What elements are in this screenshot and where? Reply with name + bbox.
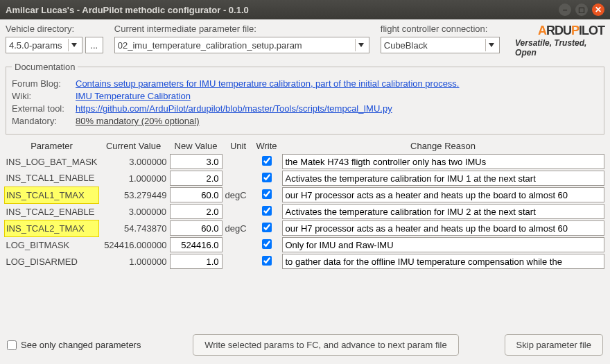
current-value: 524416.000000 (99, 236, 168, 253)
write-cell (253, 253, 281, 270)
write-cell (253, 203, 281, 220)
param-name: INS_TCAL1_ENABLE (5, 170, 99, 187)
write-checkbox[interactable] (262, 189, 272, 199)
table-row: INS_TCAL1_TMAX53.279449degC (5, 187, 606, 203)
write-checkbox[interactable] (262, 256, 272, 266)
current-value: 3.000000 (99, 203, 168, 220)
reason-cell (281, 187, 606, 203)
external-tool-link[interactable]: https://github.com/ArduPilot/ardupilot/b… (76, 103, 392, 114)
reason-cell (281, 170, 606, 187)
write-cell (253, 220, 281, 236)
skip-file-button[interactable]: Skip parameter file (505, 334, 603, 356)
table-row: INS_TCAL2_TMAX54.743870degC (5, 220, 606, 236)
parameter-table: Parameter Current Value New Value Unit W… (4, 139, 606, 270)
browse-button[interactable]: ... (85, 37, 103, 53)
write-checkbox[interactable] (262, 223, 272, 232)
write-checkbox[interactable] (262, 239, 272, 249)
param-name: INS_TCAL2_TMAX (5, 220, 99, 236)
new-value-cell (168, 236, 224, 253)
connection-combo[interactable]: CubeBlack (381, 37, 500, 53)
parameter-table-wrap: Parameter Current Value New Value Unit W… (0, 136, 610, 270)
new-value-input[interactable] (170, 254, 223, 269)
documentation-box: Documentation Forum Blog: Contains setup… (6, 62, 604, 135)
unit-cell (224, 170, 253, 187)
write-cell (253, 187, 281, 203)
write-checkbox[interactable] (262, 173, 272, 182)
wiki-link[interactable]: IMU Temperature Calibration (76, 91, 191, 101)
table-row: LOG_DISARMED1.000000 (5, 253, 606, 270)
top-row: Vehicle directory: 4.5.0-params ... Curr… (0, 19, 610, 59)
new-value-cell (168, 253, 224, 270)
write-cell (253, 170, 281, 187)
new-value-cell (168, 170, 224, 187)
connection-label: flight controller connection: (381, 24, 504, 34)
write-params-button[interactable]: Write selected params to FC, and advance… (193, 334, 458, 356)
reason-input[interactable] (282, 254, 604, 269)
chevron-down-icon (355, 39, 367, 51)
current-value: 1.000000 (99, 253, 168, 270)
unit-cell: degC (224, 220, 253, 236)
unit-cell (224, 253, 253, 270)
window-title: Amilcar Lucas's - ArduPilot methodic con… (6, 5, 555, 15)
reason-cell (281, 253, 606, 270)
external-tool-label: External tool: (12, 103, 76, 114)
ardupilot-logo: ARDUPILOT Versatile, Trusted, Open (515, 24, 604, 58)
logo-text: ARDUPILOT (538, 24, 604, 38)
param-name: LOG_BITMASK (5, 236, 99, 253)
new-value-cell (168, 203, 224, 220)
current-value: 54.743870 (99, 220, 168, 236)
reason-input[interactable] (282, 237, 604, 252)
new-value-input[interactable] (170, 171, 223, 186)
only-changed-input[interactable] (7, 340, 17, 350)
table-row: INS_TCAL1_ENABLE1.000000 (5, 170, 606, 187)
titlebar: Amilcar Lucas's - ArduPilot methodic con… (0, 0, 610, 19)
mandatory-label: Mandatory: (12, 116, 76, 126)
write-checkbox[interactable] (262, 156, 272, 166)
only-changed-label: See only changed parameters (21, 340, 141, 350)
table-row: INS_LOG_BAT_MASK3.000000 (5, 153, 606, 170)
documentation-legend: Documentation (12, 62, 78, 72)
write-checkbox[interactable] (262, 206, 272, 216)
unit-cell (224, 153, 253, 170)
bottom-bar: See only changed parameters Write select… (0, 327, 610, 364)
minimize-button[interactable]: – (559, 3, 571, 16)
param-name: INS_TCAL1_TMAX (5, 187, 99, 203)
header-reason: Change Reason (281, 139, 606, 153)
only-changed-checkbox[interactable]: See only changed parameters (7, 340, 141, 350)
header-current: Current Value (99, 139, 168, 153)
close-button[interactable]: ✕ (592, 3, 604, 16)
new-value-input[interactable] (170, 154, 223, 169)
param-file-combo[interactable]: 02_imu_temperature_calibration_setup.par… (114, 37, 369, 53)
vehicle-dir-value: 4.5.0-params (9, 40, 62, 51)
mandatory-text: 80% mandatory (20% optional) (76, 116, 200, 126)
param-name: INS_LOG_BAT_MASK (5, 153, 99, 170)
reason-input[interactable] (282, 220, 604, 236)
vehicle-dir-combo[interactable]: 4.5.0-params (6, 37, 82, 53)
new-value-input[interactable] (170, 220, 223, 236)
table-header-row: Parameter Current Value New Value Unit W… (5, 139, 606, 153)
reason-input[interactable] (282, 204, 604, 219)
header-unit: Unit (224, 139, 253, 153)
param-file-label: Current intermediate parameter file: (114, 24, 369, 34)
logo-subtitle: Versatile, Trusted, Open (515, 38, 604, 58)
chevron-down-icon (68, 39, 80, 51)
header-new: New Value (168, 139, 224, 153)
new-value-input[interactable] (170, 237, 223, 252)
maximize-button[interactable]: ◻ (575, 3, 588, 16)
table-row: LOG_BITMASK524416.000000 (5, 236, 606, 253)
reason-cell (281, 236, 606, 253)
new-value-input[interactable] (170, 204, 223, 219)
new-value-input[interactable] (170, 187, 223, 202)
blog-label: Forum Blog: (12, 78, 76, 89)
write-cell (253, 153, 281, 170)
header-write: Write (253, 139, 281, 153)
reason-cell (281, 203, 606, 220)
reason-input[interactable] (282, 171, 604, 186)
reason-input[interactable] (282, 154, 604, 169)
reason-input[interactable] (282, 187, 604, 202)
param-file-value: 02_imu_temperature_calibration_setup.par… (118, 40, 302, 51)
reason-cell (281, 153, 606, 170)
unit-cell (224, 203, 253, 220)
blog-link[interactable]: Contains setup parameters for IMU temper… (76, 78, 459, 89)
unit-cell (224, 236, 253, 253)
